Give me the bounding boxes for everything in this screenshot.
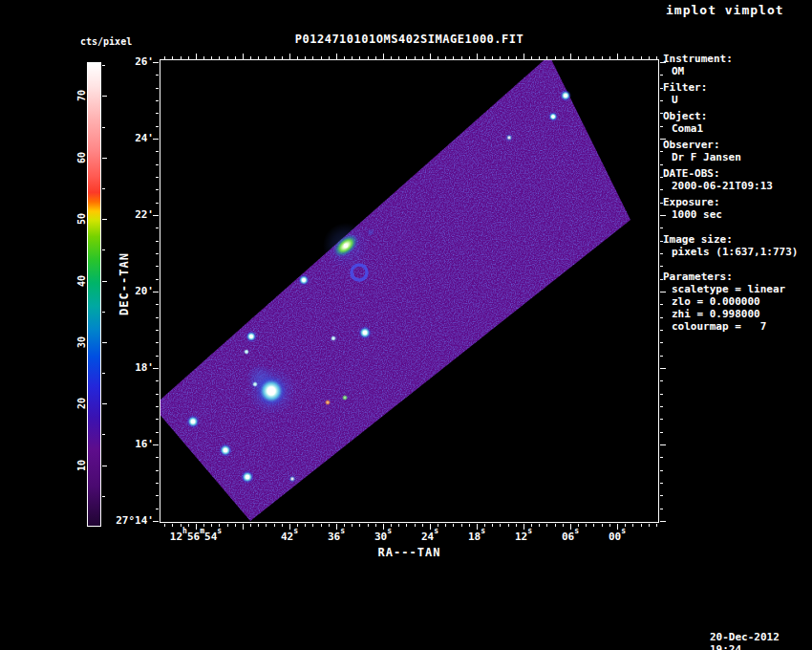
colorbar-tick xyxy=(102,96,107,97)
panel-section-title: Observer: xyxy=(663,139,808,151)
x-tick xyxy=(383,54,384,59)
y-tick xyxy=(660,177,663,178)
x-tick xyxy=(453,56,454,59)
x-tick xyxy=(305,524,306,527)
x-tick xyxy=(477,54,478,59)
x-tick xyxy=(266,56,267,59)
colorbar-tick-label: 20 xyxy=(75,395,88,412)
x-tick xyxy=(312,56,313,59)
y-tick xyxy=(156,75,159,76)
x-tick-label: 18s xyxy=(468,529,485,543)
y-tick xyxy=(660,394,663,395)
y-tick-label: 20' xyxy=(106,285,154,297)
panel-section-value: Dr F Jansen xyxy=(663,151,808,163)
implot-window: implot vimplot P0124710101OMS402SIMAGE10… xyxy=(0,0,812,650)
panel-section-title: DATE-OBS: xyxy=(663,167,808,180)
x-tick xyxy=(211,56,212,59)
y-tick xyxy=(156,100,159,101)
x-tick xyxy=(484,56,485,59)
x-tick xyxy=(274,56,275,59)
y-tick xyxy=(156,126,159,127)
x-tick xyxy=(461,524,462,527)
colorbar-tick xyxy=(102,65,105,66)
colorbar-tick-label: 70 xyxy=(75,87,88,104)
x-tick xyxy=(243,524,244,530)
star-core xyxy=(249,335,253,338)
y-tick xyxy=(660,470,663,471)
x-tick xyxy=(531,56,532,59)
panel-section: Instrument:OM xyxy=(663,53,808,77)
x-tick xyxy=(188,524,189,527)
x-tick xyxy=(602,56,603,59)
colorbar-tick-label: 40 xyxy=(75,272,88,290)
x-tick xyxy=(656,524,657,527)
panel-section: Filter:U xyxy=(663,81,808,106)
y-tick xyxy=(660,151,663,152)
y-tick xyxy=(660,356,663,357)
timestamp: 20-Dec-2012 19:24 xyxy=(710,631,812,650)
x-tick-label: 00s xyxy=(609,529,626,543)
y-tick xyxy=(660,406,663,407)
x-tick xyxy=(336,54,337,59)
x-tick xyxy=(359,56,360,59)
x-tick xyxy=(172,524,173,527)
y-tick xyxy=(156,253,159,254)
faint-star-green xyxy=(342,395,348,401)
x-tick xyxy=(539,56,540,59)
panel-section: Object:Coma1 xyxy=(663,110,808,135)
panel-section-title: Exposure: xyxy=(663,196,808,208)
y-tick xyxy=(156,432,159,433)
sky-image xyxy=(160,60,658,522)
y-tick xyxy=(660,189,663,190)
x-tick xyxy=(227,56,228,59)
metadata-panel: Instrument:OMFilter:UObject:Coma1Observe… xyxy=(663,53,808,336)
y-axis-title: DEC--TAN xyxy=(118,244,131,324)
faint-star xyxy=(252,381,258,387)
x-tick xyxy=(312,524,313,527)
y-tick xyxy=(660,126,663,127)
x-tick xyxy=(250,524,251,527)
panel-section-value: zlo = 0.000000 xyxy=(663,295,808,308)
x-tick xyxy=(445,524,446,527)
y-tick xyxy=(156,279,159,280)
x-tick xyxy=(649,524,650,527)
x-tick xyxy=(593,524,594,527)
x-tick xyxy=(398,524,399,527)
x-tick xyxy=(368,524,369,527)
y-tick xyxy=(660,253,663,254)
x-tick xyxy=(227,524,228,527)
colorbar-units-label: cts/pixel xyxy=(80,36,132,47)
x-tick-label: 42s xyxy=(281,529,298,543)
x-tick xyxy=(516,524,517,527)
x-tick xyxy=(352,56,353,59)
y-tick xyxy=(660,75,663,76)
colorbar-tick xyxy=(102,496,105,497)
y-tick xyxy=(156,151,159,152)
x-tick-label: 12h56m54s xyxy=(170,529,222,543)
x-tick xyxy=(274,524,275,527)
x-tick xyxy=(500,524,501,527)
panel-section-value: colourmap = 7 xyxy=(663,320,808,333)
y-tick xyxy=(156,470,159,471)
panel-section: DATE-OBS:2000-06-21T09:13 xyxy=(663,167,808,192)
x-tick xyxy=(508,524,509,527)
star-core xyxy=(291,478,293,480)
plot-title: P0124710101OMS402SIMAGE1000.FIT xyxy=(160,32,659,46)
x-tick xyxy=(243,54,244,59)
x-tick xyxy=(181,524,182,527)
y-tick xyxy=(156,342,159,343)
y-tick xyxy=(156,304,159,305)
y-tick-label: 16' xyxy=(106,438,154,450)
y-tick xyxy=(660,368,666,369)
x-tick-label: 24s xyxy=(421,529,438,543)
y-tick xyxy=(660,304,663,305)
panel-section-title: Object: xyxy=(663,110,808,122)
x-tick xyxy=(188,56,189,59)
x-tick xyxy=(555,56,556,59)
panel-section-title: Parameters: xyxy=(663,271,808,283)
y-tick xyxy=(660,483,663,484)
star-core xyxy=(246,475,249,479)
x-tick xyxy=(555,524,556,527)
y-tick-label: 27°14' xyxy=(106,514,154,527)
x-tick xyxy=(329,56,330,59)
